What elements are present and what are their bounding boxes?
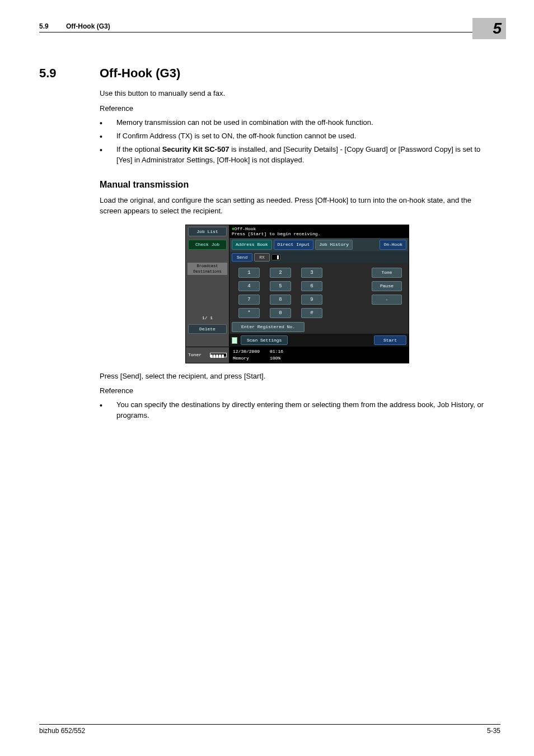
toner-gauge-icon xyxy=(210,353,227,357)
keypad-7[interactable]: 7 xyxy=(238,295,260,305)
subheading-manual-transmission: Manual transmission xyxy=(100,178,495,191)
keypad-8[interactable]: 8 xyxy=(270,295,291,305)
footer-rule xyxy=(39,724,500,725)
keypad-9[interactable]: 9 xyxy=(301,295,322,305)
panel-header: ♦Off-Hook Press [Start] to begin receivi… xyxy=(229,225,409,238)
start-button[interactable]: Start xyxy=(374,335,406,346)
page-indicator: 1/ 1 xyxy=(186,315,229,321)
bullet-icon: • xyxy=(100,118,116,129)
keypad-hash[interactable]: # xyxy=(301,308,322,318)
number-field[interactable] xyxy=(271,254,280,260)
bullet-text: If the optional Security Kit SC-507 is i… xyxy=(116,144,495,166)
bullet-text: If Confirm Address (TX) is set to ON, th… xyxy=(116,131,495,142)
after-screenshot-paragraph: Press [Send], select the recipient, and … xyxy=(100,371,495,382)
manual-paragraph: Load the original, and configure the sca… xyxy=(100,195,495,217)
job-list-button[interactable]: Job List xyxy=(188,227,227,237)
bullet-icon: • xyxy=(100,131,116,142)
reference-label: Reference xyxy=(100,104,495,114)
reference-list-b: •You can specify the destinations by dir… xyxy=(100,400,495,421)
enter-registered-no-button[interactable]: Enter Registered No. xyxy=(232,322,305,332)
panel-message: Press [Start] to begin receiving. xyxy=(232,231,320,236)
document-icon xyxy=(232,337,237,344)
keypad-2[interactable]: 2 xyxy=(270,268,291,278)
broadcast-destinations-label: Broadcast Destinations xyxy=(188,263,227,275)
heading-number: 5.9 xyxy=(39,66,100,81)
tone-button[interactable]: Tone xyxy=(372,268,402,278)
memory-value: 100% xyxy=(270,356,280,361)
delete-button[interactable]: Delete xyxy=(188,324,227,334)
bullet-text: You can specify the destinations by dire… xyxy=(116,400,495,421)
header-rule xyxy=(39,32,495,32)
heading-title: Off-Hook (G3) xyxy=(100,66,180,81)
panel-title: Off-Hook xyxy=(235,226,256,231)
header-section-no: 5.9 xyxy=(39,22,49,30)
memory-label: Memory xyxy=(233,356,249,361)
intro-paragraph: Use this button to manually send a fax. xyxy=(100,88,495,99)
keypad-6[interactable]: 6 xyxy=(301,281,322,291)
footer-product: bizhub 652/552 xyxy=(39,727,85,735)
chapter-badge: 5 xyxy=(472,18,506,39)
toner-label: Toner xyxy=(188,352,202,358)
tab-direct-input[interactable]: Direct Input xyxy=(274,240,314,250)
keypad-star[interactable]: * xyxy=(238,308,260,318)
chapter-number: 5 xyxy=(493,20,502,37)
keypad-0[interactable]: 0 xyxy=(270,308,291,318)
device-screenshot: Job List Check Job Broadcast Destination… xyxy=(185,225,409,363)
keypad-3[interactable]: 3 xyxy=(301,268,322,278)
keypad-4[interactable]: 4 xyxy=(238,281,260,291)
on-hook-button[interactable]: On-Hook xyxy=(380,240,406,250)
keypad-1[interactable]: 1 xyxy=(238,268,260,278)
footer-page: 5-35 xyxy=(487,727,500,735)
reference-label-2: Reference xyxy=(100,386,495,396)
status-time: 01:16 xyxy=(270,349,283,354)
keypad-5[interactable]: 5 xyxy=(270,281,291,291)
bullet-icon: • xyxy=(100,400,116,421)
rx-button[interactable]: RX xyxy=(254,253,270,262)
dash-button[interactable]: - xyxy=(372,295,402,305)
bullet-icon: • xyxy=(100,144,116,166)
scan-settings-button[interactable]: Scan Settings xyxy=(241,335,288,346)
pause-button[interactable]: Pause xyxy=(372,281,402,291)
tab-address-book[interactable]: Address Book xyxy=(232,240,272,250)
send-button[interactable]: Send xyxy=(232,253,252,262)
status-date: 12/30/2009 xyxy=(233,349,260,354)
bullet-text: Memory transmission can not be used in c… xyxy=(116,118,495,129)
running-header: 5.9 Off-Hook (G3) xyxy=(39,22,495,30)
header-section-title: Off-Hook (G3) xyxy=(66,22,110,30)
check-job-button[interactable]: Check Job xyxy=(188,240,227,250)
reference-list-a: •Memory transmission can not be used in … xyxy=(100,118,495,166)
tab-job-history[interactable]: Job History xyxy=(315,240,353,250)
